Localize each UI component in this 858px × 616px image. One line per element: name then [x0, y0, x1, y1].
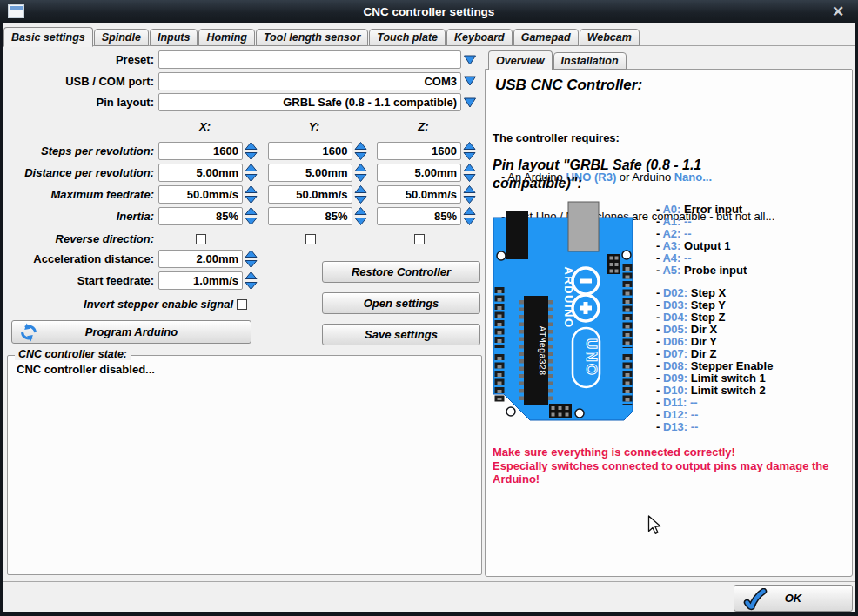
- reverse-direction-row: Reverse direction:: [7, 232, 486, 245]
- single-spin-rows: Acceleration distance: 2.00mm Start feed…: [7, 250, 268, 290]
- program-arduino-button[interactable]: Program Arduino: [11, 320, 251, 344]
- inertia-y-field[interactable]: 85%: [268, 207, 352, 225]
- tab-homing[interactable]: Homing: [198, 29, 255, 46]
- window-title: CNC controller settings: [0, 0, 858, 23]
- pin-layout-dropdown-icon[interactable]: [463, 97, 477, 108]
- steps-per-revolution-y-field[interactable]: 1600: [268, 142, 352, 160]
- power-jack: [506, 211, 528, 259]
- pin-line-d10: - D10: Limit switch 2: [656, 385, 773, 397]
- warning-line: Make sure everything is connected correc…: [493, 445, 853, 459]
- maximum-feedrate-y-spinner[interactable]: [354, 185, 367, 204]
- pin-line-d03: - D03: Step Y: [656, 299, 773, 311]
- checkmark-icon: [743, 588, 768, 612]
- start-feedrate-label: Start feedrate:: [7, 274, 158, 287]
- acceleration-label: Acceleration distance:: [7, 252, 158, 265]
- pin-line-d05: - D05: Dir X: [656, 324, 773, 336]
- warning-text: Make sure everything is connected correc…: [493, 445, 853, 486]
- restore-controller-button[interactable]: Restore Controller: [322, 261, 480, 283]
- maximum-feedrate-x-field[interactable]: 50.0mm/s: [158, 185, 243, 204]
- maximum-feedrate-z-field[interactable]: 50.0mm/s: [377, 185, 461, 204]
- right-tab-bar: OverviewInstallation: [488, 50, 627, 70]
- reverse-direction-x-checkbox[interactable]: [196, 234, 206, 244]
- refresh-arrows-icon: [19, 323, 38, 342]
- tab-keyboard[interactable]: Keyboard: [446, 29, 513, 46]
- uno-label: UNO: [583, 338, 600, 377]
- pin-line-a4: - A4: --: [656, 252, 773, 264]
- close-icon[interactable]: ✕: [823, 0, 853, 23]
- pin-layout-heading: Pin layout "GRBL Safe (0.8 - 1.1 compati…: [493, 156, 745, 192]
- tab-webcam[interactable]: Webcam: [580, 29, 640, 46]
- pin-line-a3: - A3: Output 1: [656, 240, 773, 252]
- cnc-state-group: CNC controller state: CNC controller dis…: [7, 355, 482, 575]
- pin-line-a5: - A5: Probe input: [656, 264, 773, 277]
- top-form: Preset: USB / COM port: COM3 Pin layout:…: [7, 50, 484, 111]
- distance-per-revolution-y-spinner[interactable]: [354, 164, 367, 182]
- pin-line-d02: - D02: Step X: [656, 287, 773, 299]
- pin-line-d08: - D08: Stepper Enable: [656, 360, 773, 372]
- pin-layout-combo[interactable]: GRBL Safe (0.8 - 1.1 compatible): [158, 93, 461, 111]
- row-inertia: Inertia:85%85%85%: [7, 207, 486, 225]
- open-settings-button[interactable]: Open settings: [322, 292, 480, 314]
- maximum-feedrate-x-spinner[interactable]: [245, 185, 258, 204]
- axis-y-header: Y:: [272, 120, 382, 133]
- distance-per-revolution-z-spinner[interactable]: [463, 164, 476, 182]
- tab-spindle[interactable]: Spindle: [94, 29, 149, 46]
- preset-label: Preset:: [7, 53, 158, 66]
- start-feedrate-spinner[interactable]: [245, 271, 258, 290]
- inertia-x-field[interactable]: 85%: [158, 207, 243, 225]
- steps-per-revolution-z-spinner[interactable]: [463, 142, 476, 160]
- distance-per-revolution-x-spinner[interactable]: [245, 164, 258, 182]
- axis-settings-rows: Steps per revolution:160016001600Distanc…: [7, 142, 486, 225]
- ok-label: OK: [785, 592, 802, 605]
- distance-per-revolution-y-field[interactable]: 5.00mm: [268, 164, 352, 182]
- acceleration-field[interactable]: 2.00mm: [158, 250, 243, 268]
- arduino-board-image: ATMega328 ARDUINO UNO: [492, 200, 640, 425]
- invert-stepper-checkbox[interactable]: [237, 299, 247, 310]
- steps-per-revolution-z-field[interactable]: 1600: [377, 142, 461, 160]
- tab-tool-length-sensor[interactable]: Tool length sensor: [256, 29, 368, 46]
- tab-inputs[interactable]: Inputs: [150, 29, 198, 46]
- ok-button[interactable]: OK: [734, 585, 853, 612]
- tab-basic-settings[interactable]: Basic settings: [3, 27, 93, 47]
- pin-line-d12: - D12: --: [656, 409, 773, 421]
- right-tab-installation[interactable]: Installation: [553, 52, 627, 70]
- preset-dropdown-icon[interactable]: [463, 55, 477, 65]
- distance-per-revolution-z-field[interactable]: 5.00mm: [377, 164, 461, 182]
- inertia-z-spinner[interactable]: [463, 207, 476, 225]
- title-bar[interactable]: CNC controller settings ✕: [0, 0, 858, 23]
- tab-gamepad[interactable]: Gamepad: [513, 29, 579, 46]
- pin-assignment-list: - A0: Error input- A1: --- A2: --- A3: O…: [656, 204, 773, 433]
- start-feedrate-field[interactable]: 1.0mm/s: [158, 271, 243, 290]
- mouse-cursor: [647, 515, 667, 536]
- usb-connector: [568, 202, 599, 251]
- inertia-y-spinner[interactable]: [354, 207, 367, 225]
- steps-per-revolution-x-field[interactable]: 1600: [158, 142, 243, 160]
- inertia-x-spinner[interactable]: [245, 207, 258, 225]
- requirements-title: The controller requires:: [493, 131, 774, 144]
- distance-per-revolution-label: Distance per revolution:: [7, 166, 158, 179]
- acceleration-spinner[interactable]: [245, 250, 258, 268]
- cnc-state-group-title: CNC controller state:: [15, 348, 131, 360]
- right-tab-overview[interactable]: Overview: [488, 50, 553, 70]
- com-port-combo[interactable]: COM3: [158, 72, 461, 90]
- steps-per-revolution-x-spinner[interactable]: [245, 142, 258, 160]
- distance-per-revolution-x-field[interactable]: 5.00mm: [158, 164, 243, 182]
- maximum-feedrate-y-field[interactable]: 50.0mm/s: [268, 185, 352, 204]
- reverse-direction-y-checkbox[interactable]: [305, 234, 316, 244]
- row-steps-per-revolution: Steps per revolution:160016001600: [7, 142, 486, 160]
- reverse-direction-z-checkbox[interactable]: [414, 234, 425, 244]
- save-settings-button[interactable]: Save settings: [322, 324, 480, 345]
- inertia-z-field[interactable]: 85%: [377, 207, 461, 225]
- maximum-feedrate-z-spinner[interactable]: [463, 185, 476, 204]
- usb-cnc-heading: USB CNC Controller:: [495, 77, 642, 94]
- pin-line-d07: - D07: Dir Z: [656, 348, 773, 360]
- pin-line-d11: - D11: --: [656, 397, 773, 409]
- com-port-dropdown-icon[interactable]: [463, 76, 477, 86]
- pin-line-a1: - A1: --: [656, 216, 773, 228]
- steps-per-revolution-y-spinner[interactable]: [354, 142, 367, 160]
- tab-touch-plate[interactable]: Touch plate: [369, 29, 446, 46]
- preset-combo[interactable]: [158, 50, 461, 69]
- steps-per-revolution-label: Steps per revolution:: [7, 144, 158, 157]
- program-arduino-label: Program Arduino: [85, 325, 178, 338]
- row-distance-per-revolution: Distance per revolution:5.00mm5.00mm5.00…: [7, 164, 486, 182]
